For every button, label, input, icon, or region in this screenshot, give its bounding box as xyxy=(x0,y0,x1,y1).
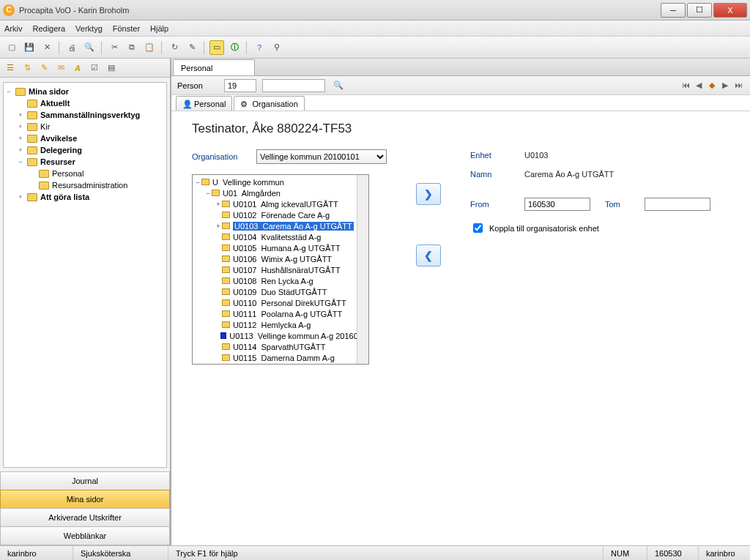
sidebar-item[interactable]: +Att göra lista xyxy=(5,191,165,203)
save-icon[interactable]: 💾 xyxy=(22,40,37,55)
highlight-icon[interactable]: ▭ xyxy=(209,40,224,55)
close-button[interactable]: X xyxy=(713,3,747,18)
print-icon[interactable]: 🖨 xyxy=(64,40,79,55)
menu-verktyg[interactable]: Verktyg xyxy=(75,24,103,33)
folder-icon xyxy=(39,182,49,190)
org-unit-row[interactable]: U0113 Vellinge kommun A-g 2016053 xyxy=(194,330,367,341)
sidebar-item[interactable]: +Sammanställningsverktyg xyxy=(5,109,165,121)
nav-journal[interactable]: Journal xyxy=(0,471,170,490)
content-area: Testinator, Åke 880224-TF53 Organisation… xyxy=(171,111,750,545)
org-unit-row[interactable]: +U0101 Almg ickevalUTGÅTT xyxy=(194,198,367,209)
sidebar-item[interactable]: −Resurser xyxy=(5,156,165,168)
org-unit-row[interactable]: U0110 Personal DirekUTGÅTT xyxy=(194,297,367,308)
org-unit-row[interactable]: U0102 Förenade Care A-g xyxy=(194,209,367,220)
tom-input[interactable] xyxy=(645,198,710,211)
nav-mina-sidor[interactable]: Mina sidor xyxy=(0,490,170,509)
delete-icon[interactable]: ✕ xyxy=(40,40,54,55)
paste-icon[interactable]: 📋 xyxy=(142,40,157,55)
person-id-input[interactable] xyxy=(224,79,256,92)
org-unit-row[interactable]: U0105 Humana A-g UTGÅTT xyxy=(194,242,367,253)
namn-label: Namn xyxy=(470,170,510,179)
tab-personal[interactable]: Personal xyxy=(173,59,255,75)
copy-icon[interactable]: ⧉ xyxy=(125,40,139,55)
from-input[interactable] xyxy=(524,198,590,211)
enhet-value: U0103 xyxy=(524,151,548,160)
org-tree[interactable]: − U Vellinge kommun − U01 Almgården +U01… xyxy=(192,174,369,365)
minimize-button[interactable]: ─ xyxy=(661,3,686,18)
nav-first-icon[interactable]: ⏮ xyxy=(680,81,691,90)
org-unit-row[interactable]: U0106 Wimix A-g UTGÅTT xyxy=(194,253,367,264)
tom-label: Tom xyxy=(605,200,630,209)
maximize-button[interactable]: ☐ xyxy=(687,3,712,18)
sidebar-item[interactable]: +Kir xyxy=(5,121,165,132)
sidebar-item[interactable]: Personal xyxy=(5,168,165,179)
main-toolbar: ▢ 💾 ✕ 🖨 🔍 ✂ ⧉ 📋 ↻ ✎ ▭ ⓘ ? ⚲ xyxy=(0,37,750,59)
sidebar-item[interactable]: Resursadministration xyxy=(5,179,165,191)
menu-fonster[interactable]: Fönster xyxy=(113,24,140,33)
lt-icon7[interactable]: ▤ xyxy=(104,61,119,75)
org-unit-row[interactable]: U0109 Duo StädUTGÅTT xyxy=(194,286,367,297)
org-unit-row[interactable]: U0104 Kvalitetsstäd A-g xyxy=(194,231,367,242)
sidebar-item[interactable]: Aktuellt xyxy=(5,97,165,109)
record-nav: ⏮ ◀ ◆ ▶ ⏭ xyxy=(680,81,744,90)
tool-icon[interactable]: ✎ xyxy=(185,40,199,55)
nav-webblankar[interactable]: Webblänkar xyxy=(0,526,170,545)
folder-icon xyxy=(222,212,230,218)
menu-arkiv[interactable]: Arkiv xyxy=(4,24,22,33)
lt-icon6[interactable]: ☑ xyxy=(87,61,102,75)
menu-hjalp[interactable]: Hjälp xyxy=(150,24,168,33)
status-num: NUM xyxy=(604,546,647,560)
nav-next-icon[interactable]: ▶ xyxy=(719,81,731,90)
preview-icon[interactable]: 🔍 xyxy=(82,40,97,55)
org-unit-row[interactable]: U0112 Hemlycka A-g xyxy=(194,319,367,330)
info-icon[interactable]: ⓘ xyxy=(227,40,242,55)
sidebar-tree[interactable]: − Mina sidor Aktuellt+Sammanställningsve… xyxy=(3,82,167,468)
folder-icon xyxy=(222,255,230,262)
org-unit-row[interactable]: U0116 Ugglans hemhjälp A-g xyxy=(194,363,367,365)
scrollbar[interactable] xyxy=(357,175,368,364)
org-unit-row[interactable]: U0115 Damerna Damm A-g xyxy=(194,352,367,363)
enhet-label: Enhet xyxy=(470,151,510,160)
org-unit-row[interactable]: U0114 SparvathUTGÅTT xyxy=(194,341,367,352)
nav-last-icon[interactable]: ⏭ xyxy=(732,81,744,90)
right-panel: Personal Person 🔍 ⏮ ◀ ◆ ▶ ⏭ 👤 Personal ⚙… xyxy=(171,59,750,545)
koppla-checkbox[interactable] xyxy=(473,223,483,233)
folder-icon xyxy=(27,135,37,143)
tool2-icon[interactable]: ⚲ xyxy=(270,40,284,55)
org-unit-row[interactable]: +U0103 Carema Äo A-g UTGÅTT xyxy=(194,220,367,231)
statusbar: karinbro Sjuksköterska Tryck F1 för hjäl… xyxy=(0,545,750,560)
person-value-input[interactable] xyxy=(262,79,325,92)
folder-icon xyxy=(27,100,37,108)
lt-icon5[interactable]: A xyxy=(70,61,85,75)
organisation-combo[interactable]: Vellinge kommun 20100101 xyxy=(256,149,387,164)
menu-redigera[interactable]: Redigera xyxy=(32,24,65,33)
folder-icon xyxy=(222,234,230,240)
subtab-organisation[interactable]: ⚙ Organisation xyxy=(234,96,304,111)
help-icon[interactable]: ? xyxy=(252,40,267,55)
nav-prev-icon[interactable]: ◀ xyxy=(693,81,705,90)
lt-icon2[interactable]: ⇅ xyxy=(20,61,34,75)
assign-right-button[interactable]: ❯ xyxy=(416,183,441,205)
org-unit-row[interactable]: U0107 HushållsnäraUTGÅTT xyxy=(194,264,367,275)
lt-icon4[interactable]: ✉ xyxy=(53,61,68,75)
org-unit-row[interactable]: U0111 Poolarna A-g UTGÅTT xyxy=(194,308,367,319)
assign-left-button[interactable]: ❮ xyxy=(416,244,441,266)
subtab-personal[interactable]: 👤 Personal xyxy=(176,96,232,111)
sidebar-item[interactable]: +Delegering xyxy=(5,144,165,156)
nav-mid-icon[interactable]: ◆ xyxy=(706,81,718,90)
lt-icon3[interactable]: ✎ xyxy=(37,61,51,75)
person-search-icon[interactable]: 🔍 xyxy=(331,79,346,92)
cut-icon[interactable]: ✂ xyxy=(107,40,122,55)
new-icon[interactable]: ▢ xyxy=(4,40,19,55)
refresh-icon[interactable]: ↻ xyxy=(167,40,182,55)
tree-root[interactable]: − Mina sidor xyxy=(5,86,165,97)
status-hint: Tryck F1 för hjälp xyxy=(168,546,604,560)
sidebar-item[interactable]: +Avvikelse xyxy=(5,132,165,144)
separator xyxy=(101,41,103,54)
lt-icon1[interactable]: ☰ xyxy=(3,61,18,75)
nav-arkiverade[interactable]: Arkiverade Utskrifter xyxy=(0,508,170,527)
separator xyxy=(204,41,205,54)
org-unit-row[interactable]: U0108 Ren Lycka A-g xyxy=(194,275,367,286)
status-user2: karinbro xyxy=(699,546,750,560)
folder-icon xyxy=(222,321,230,328)
